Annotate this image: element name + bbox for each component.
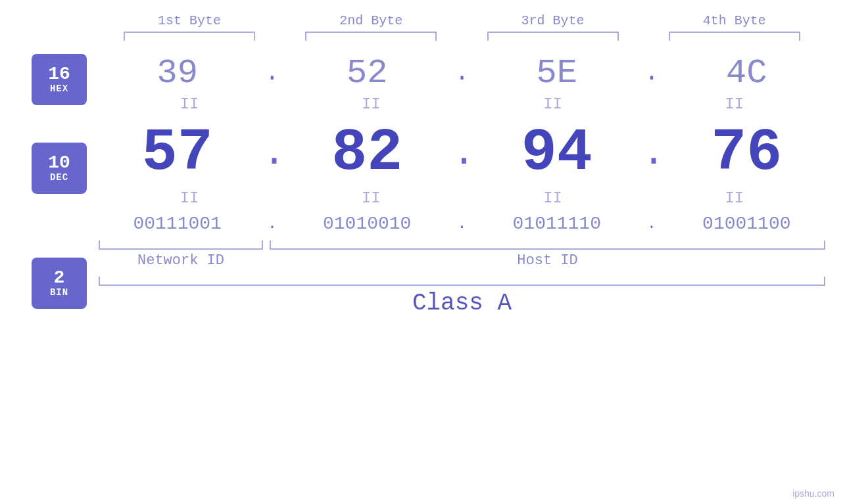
class-section: Class A <box>0 277 845 317</box>
bin-value-4: 01001100 <box>702 214 790 234</box>
hex-cell-1: 39 <box>105 54 250 93</box>
dec-value-2: 82 <box>331 120 402 187</box>
byte4-header: 4th Byte <box>662 13 807 28</box>
class-bracket <box>99 277 825 286</box>
content-area: 16 HEX 39 . 52 . 5E . 4C II II II <box>0 41 845 317</box>
bin-cell-1: 00111001 <box>105 214 250 234</box>
bin-value-2: 01010010 <box>323 214 411 234</box>
bracket-top-3 <box>487 32 619 41</box>
dec-cell-1: 57 <box>105 120 250 187</box>
eq1-1: II <box>117 95 262 113</box>
bin-value-1: 00111001 <box>133 214 221 234</box>
hex-cell-3: 5E <box>485 54 629 93</box>
bottom-brackets <box>0 241 845 250</box>
hex-dot-3: . <box>642 60 662 87</box>
host-bracket <box>270 241 825 250</box>
hex-values-row: 39 . 52 . 5E . 4C <box>0 54 845 93</box>
bin-base-number: 2 <box>54 269 65 287</box>
watermark: ipshu.com <box>792 488 834 499</box>
main-container: 1st Byte 2nd Byte 3rd Byte 4th Byte 16 H… <box>0 0 845 504</box>
hex-cell-4: 4C <box>674 54 819 93</box>
dec-cell-2: 82 <box>295 120 439 187</box>
hex-dot-1: . <box>262 60 282 87</box>
bin-cell-2: 01010010 <box>295 214 439 234</box>
dec-values-row: 57 . 82 . 94 . 76 <box>0 120 845 187</box>
hex-dot-2: . <box>452 60 471 87</box>
dec-value-4: 76 <box>711 120 782 187</box>
network-id-label: Network ID <box>99 252 263 269</box>
dec-value-3: 94 <box>521 120 592 187</box>
eq2-4: II <box>662 189 807 207</box>
bracket-top-2 <box>305 32 437 41</box>
bin-cell-4: 01001100 <box>674 214 819 234</box>
eq2-1: II <box>117 189 262 207</box>
top-brackets <box>0 32 845 41</box>
id-labels: Network ID Host ID <box>0 252 845 269</box>
hex-cell-2: 52 <box>295 54 439 93</box>
dec-value-1: 57 <box>142 120 213 187</box>
dec-cell-3: 94 <box>485 120 629 187</box>
bin-base-name: BIN <box>50 287 68 298</box>
bin-dot-1: . <box>262 215 282 233</box>
eq2-3: II <box>481 189 625 207</box>
equals-row-1: II II II II <box>0 95 845 113</box>
host-id-label: Host ID <box>270 252 825 269</box>
bin-value-3: 01011110 <box>513 214 601 234</box>
bin-dot-3: . <box>642 215 662 233</box>
byte2-header: 2nd Byte <box>299 13 443 28</box>
hex-value-2: 52 <box>347 54 387 93</box>
dec-dot-2: . <box>452 131 471 175</box>
bracket-top-1 <box>124 32 255 41</box>
bin-cell-3: 01011110 <box>485 214 629 234</box>
byte-headers: 1st Byte 2nd Byte 3rd Byte 4th Byte <box>0 13 845 28</box>
eq1-3: II <box>481 95 625 113</box>
equals-row-2: II II II II <box>0 189 845 207</box>
eq2-2: II <box>299 189 443 207</box>
eq1-2: II <box>299 95 443 113</box>
bin-base-label: 2 BIN <box>32 258 87 309</box>
hex-value-1: 39 <box>157 54 197 93</box>
eq1-4: II <box>662 95 807 113</box>
hex-value-4: 4C <box>726 54 767 93</box>
dec-cell-4: 76 <box>674 120 819 187</box>
byte1-header: 1st Byte <box>117 13 262 28</box>
dec-dot-1: . <box>262 131 282 175</box>
hex-value-3: 5E <box>537 54 577 93</box>
bin-values-row: 00111001 . 01010010 . 01011110 . 0100110… <box>0 214 845 234</box>
dec-dot-3: . <box>642 131 662 175</box>
bin-dot-2: . <box>452 215 471 233</box>
class-label: Class A <box>99 290 825 317</box>
byte3-header: 3rd Byte <box>481 13 625 28</box>
network-bracket <box>99 241 263 250</box>
bracket-top-4 <box>669 32 800 41</box>
